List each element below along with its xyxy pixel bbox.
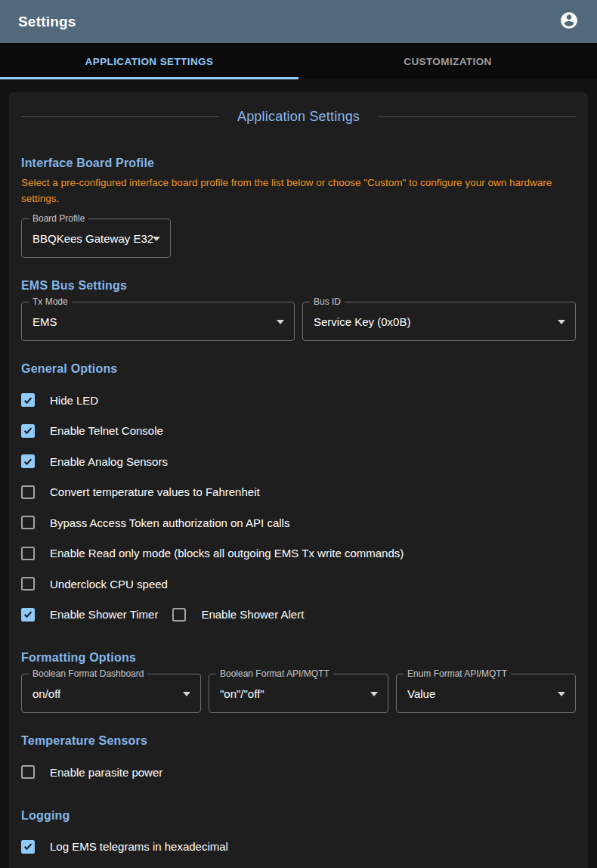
- check-row: Enable parasite power: [21, 757, 576, 788]
- checkbox-label: Enable parasite power: [50, 766, 162, 779]
- tab-application-settings[interactable]: APPLICATION SETTINGS: [0, 43, 298, 79]
- panel-title: Application Settings: [219, 109, 378, 125]
- checkbox-label: Underclock CPU speed: [50, 578, 168, 591]
- check-row: Enable Telnet Console: [21, 416, 576, 447]
- panel-title-divider: Application Settings: [21, 109, 576, 125]
- boolean-format-dashboard-label: Boolean Format Dashboard: [29, 668, 147, 679]
- checkbox-enable-telnet-console[interactable]: Enable Telnet Console: [21, 424, 163, 438]
- settings-panel: Application Settings Interface Board Pro…: [9, 92, 588, 868]
- enum-format-api-label: Enum Format API/MQTT: [404, 668, 511, 679]
- checkbox-read-only-mode[interactable]: Enable Read only mode (blocks all outgoi…: [21, 547, 404, 560]
- checkbox-icon[interactable]: [21, 577, 35, 591]
- boolean-format-dashboard-value: on/off: [32, 687, 60, 700]
- chevron-down-icon: [558, 320, 565, 324]
- heading-temperature-sensors: Temperature Sensors: [21, 734, 576, 748]
- chevron-down-icon: [558, 692, 565, 696]
- checkbox-label: Log EMS telegrams in hexadecimal: [50, 840, 228, 853]
- checkbox-enable-shower-alert[interactable]: Enable Shower Alert: [172, 608, 304, 622]
- check-row: Underclock CPU speed: [21, 569, 576, 600]
- checkbox-underclock-cpu[interactable]: Underclock CPU speed: [21, 577, 168, 591]
- boolean-format-dashboard-select[interactable]: Boolean Format Dashboard on/off: [21, 674, 201, 713]
- boolean-format-api-value: "on"/"off": [220, 687, 264, 700]
- checkbox-label: Enable Shower Alert: [201, 608, 304, 621]
- checkbox-enable-shower-timer[interactable]: Enable Shower Timer: [21, 608, 158, 622]
- check-row-shower: Enable Shower Timer Enable Shower Alert: [21, 600, 576, 631]
- tx-mode-label: Tx Mode: [29, 296, 72, 307]
- divider-line: [378, 116, 576, 117]
- checkbox-icon[interactable]: [21, 765, 35, 779]
- checkbox-icon[interactable]: [21, 393, 35, 407]
- checkbox-hide-led[interactable]: Hide LED: [21, 393, 98, 407]
- checkbox-convert-fahrenheit[interactable]: Convert temperature values to Fahrenheit: [21, 485, 260, 499]
- checkbox-icon[interactable]: [21, 608, 35, 622]
- check-row: Enable Syslog: [21, 862, 576, 868]
- heading-formatting-options: Formatting Options: [21, 651, 576, 665]
- page-title: Settings: [18, 14, 76, 30]
- heading-general-options: General Options: [21, 362, 576, 376]
- checkbox-icon[interactable]: [21, 547, 35, 560]
- board-profile-label: Board Profile: [29, 213, 88, 224]
- chevron-down-icon: [183, 692, 190, 696]
- boolean-format-api-label: Boolean Format API/MQTT: [216, 668, 333, 679]
- checkbox-label: Hide LED: [50, 394, 98, 407]
- board-profile-value: BBQKees Gateway E32: [32, 232, 153, 245]
- checkbox-icon[interactable]: [21, 516, 35, 529]
- checkbox-label: Bypass Access Token authorization on API…: [50, 516, 289, 529]
- board-profile-select[interactable]: Board Profile BBQKees Gateway E32: [21, 219, 171, 258]
- heading-logging: Logging: [21, 809, 576, 823]
- checkbox-label: Enable Telnet Console: [50, 424, 163, 437]
- check-row: Hide LED: [21, 385, 576, 416]
- checkbox-label: Enable Shower Timer: [50, 608, 158, 621]
- chevron-down-icon: [370, 692, 378, 696]
- enum-format-api-value: Value: [407, 687, 435, 700]
- boolean-format-api-select[interactable]: Boolean Format API/MQTT "on"/"off": [209, 674, 388, 713]
- check-row: Convert temperature values to Fahrenheit: [21, 477, 576, 508]
- checkbox-enable-parasite-power[interactable]: Enable parasite power: [21, 765, 162, 779]
- chevron-down-icon: [277, 320, 284, 324]
- ems-bus-select-row: Tx Mode EMS Bus ID Service Key (0x0B): [21, 302, 576, 341]
- account-button[interactable]: [556, 9, 582, 35]
- tab-bar: APPLICATION SETTINGS CUSTOMIZATION: [0, 43, 597, 79]
- heading-ems-bus-settings: EMS Bus Settings: [21, 279, 576, 293]
- checkbox-icon[interactable]: [21, 485, 35, 499]
- check-row: Log EMS telegrams in hexadecimal: [21, 832, 576, 863]
- chevron-down-icon: [153, 237, 160, 241]
- checkbox-icon[interactable]: [172, 608, 186, 622]
- app-bar: Settings: [0, 0, 597, 43]
- tab-customization[interactable]: CUSTOMIZATION: [298, 43, 597, 79]
- account-circle-icon: [559, 11, 579, 33]
- checkbox-log-ems-hex[interactable]: Log EMS telegrams in hexadecimal: [21, 840, 228, 854]
- checkbox-label: Enable Analog Sensors: [50, 455, 168, 468]
- board-profile-help-text: Select a pre-configured interface board …: [21, 175, 573, 206]
- heading-interface-board-profile: Interface Board Profile: [21, 157, 576, 170]
- divider-line: [21, 116, 219, 117]
- checkbox-label: Enable Read only mode (blocks all outgoi…: [50, 547, 404, 560]
- bus-id-value: Service Key (0x0B): [314, 315, 410, 328]
- bus-id-label: Bus ID: [310, 296, 345, 307]
- checkbox-icon[interactable]: [21, 454, 35, 468]
- checkbox-icon[interactable]: [21, 424, 35, 438]
- bus-id-select[interactable]: Bus ID Service Key (0x0B): [302, 302, 576, 341]
- checkbox-label: Convert temperature values to Fahrenheit: [50, 485, 260, 498]
- check-row: Enable Analog Sensors: [21, 446, 576, 477]
- checkbox-enable-analog-sensors[interactable]: Enable Analog Sensors: [21, 454, 168, 468]
- checkbox-bypass-access-token[interactable]: Bypass Access Token authorization on API…: [21, 516, 289, 529]
- formatting-select-row: Boolean Format Dashboard on/off Boolean …: [21, 674, 576, 713]
- active-tab-indicator: [0, 77, 298, 79]
- tx-mode-value: EMS: [32, 315, 57, 328]
- check-row: Enable Read only mode (blocks all outgoi…: [21, 538, 576, 569]
- check-row: Bypass Access Token authorization on API…: [21, 507, 576, 538]
- tx-mode-select[interactable]: Tx Mode EMS: [21, 302, 295, 341]
- enum-format-api-select[interactable]: Enum Format API/MQTT Value: [396, 674, 576, 713]
- checkbox-icon[interactable]: [21, 840, 35, 854]
